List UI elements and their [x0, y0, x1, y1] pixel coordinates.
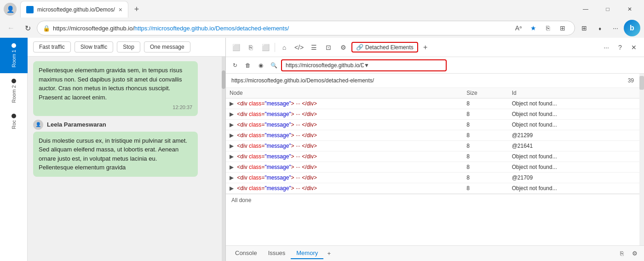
device-icon[interactable]: ⎘ [244, 41, 257, 54]
avatar: 👤 [33, 120, 43, 130]
stop-button[interactable]: Stop [117, 41, 140, 52]
nav-right-icons: ⊞ ⬧ ··· b [577, 20, 640, 36]
inspect-icon[interactable]: ⬜ [230, 41, 242, 54]
chat-toolbar: Fast traffic Slow traffic Stop One messa… [28, 38, 225, 57]
back-button[interactable]: ← [4, 21, 18, 35]
address-bar[interactable]: 🔒 https://microsoftedge.github.io/https:… [37, 21, 575, 35]
undock-icon[interactable]: ⎘ [616, 248, 627, 259]
split-screen-icon[interactable]: ⊞ [556, 22, 569, 35]
sources-icon[interactable]: </> [293, 41, 305, 54]
table-row[interactable]: ▶ <div class="message"> ··· </div> 8 @21… [226, 173, 639, 183]
dt-page-url-header: https://microsoftedge.github.io/Demos/de… [226, 74, 639, 88]
col-node: Node [226, 88, 463, 99]
devtools-footer: All done [226, 194, 639, 206]
cell-id: Object not found... [508, 183, 639, 194]
room-item-2[interactable]: Room 2 [0, 73, 28, 109]
dt-refresh-icon[interactable]: ↻ [230, 60, 241, 71]
table-row[interactable]: ▶ <div class="message"> ··· </div> 8 Obj… [226, 183, 639, 194]
table-row[interactable]: ▶ <div class="message"> ··· </div> 8 Obj… [226, 109, 639, 120]
favorites-icon[interactable]: ★ [527, 22, 540, 35]
refresh-button[interactable]: ↻ [20, 21, 35, 35]
detached-elements-tab[interactable]: 🔗 Detached Elements [351, 42, 418, 52]
room-item-roc[interactable]: Roc [0, 108, 28, 135]
table-row[interactable]: ▶ <div class="message"> ··· </div> 8 @21… [226, 130, 639, 141]
browser-tab[interactable]: microsoftedge.github.io/Demos/ × [20, 1, 128, 17]
performance-icon[interactable]: ⊡ [322, 41, 335, 54]
settings-icon[interactable]: ⚙ [629, 248, 640, 259]
chat-scrollbar[interactable] [222, 57, 225, 261]
help-icon[interactable]: ? [614, 41, 627, 54]
sidebar-toggle[interactable]: ⊞ [577, 21, 592, 35]
url-path: https://microsoftedge.github.io/Demos/de… [134, 25, 289, 32]
browser-chrome: 👤 microsoftedge.github.io/Demos/ × + — □… [0, 0, 644, 261]
cell-id: Object not found... [508, 162, 639, 173]
add-tool-button[interactable]: + [420, 42, 431, 53]
table-row[interactable]: ▶ <div class="message"> ··· </div> 8 Obj… [226, 120, 639, 130]
cell-size: 8 [463, 130, 508, 141]
network-icon[interactable]: ☰ [307, 41, 320, 54]
nav-bar: ← ↻ 🔒 https://microsoftedge.github.io/ht… [0, 18, 644, 38]
more-tools-icon[interactable]: ··· [600, 41, 613, 54]
dt-eye-icon[interactable]: ◉ [255, 60, 266, 71]
close-button[interactable]: ✕ [619, 2, 640, 17]
expand-icon[interactable]: ▶ [230, 111, 234, 117]
expand-icon[interactable]: ▶ [230, 174, 234, 181]
bottom-tab-console[interactable]: Console [230, 248, 263, 259]
devtools-url-bar: ↻ 🗑 ◉ 🔍 https://microsoftedge.github.io/… [226, 57, 644, 74]
devtools-scrollbar[interactable] [639, 74, 644, 245]
user-header: 👤 Leela Parameswaran [33, 120, 216, 130]
one-message-button[interactable]: One message [144, 41, 190, 52]
cell-id: @21299 [508, 130, 639, 141]
dt-url-dropdown-icon[interactable]: ▼ [364, 62, 442, 69]
message-text-1: Pellentesque elementum gravida sem, in t… [39, 67, 182, 101]
cell-id: @21709 [508, 173, 639, 183]
settings-more[interactable]: ··· [608, 21, 623, 35]
separator [275, 43, 275, 52]
expand-icon[interactable]: ▶ [230, 164, 234, 170]
table-row[interactable]: ▶ <div class="message"> ··· </div> 8 @21… [226, 141, 639, 151]
profile-icon[interactable]: 👤 [4, 3, 17, 16]
new-tab-button[interactable]: + [130, 3, 143, 16]
collections-icon[interactable]: ⎘ [541, 22, 554, 35]
tab-title: microsoftedge.github.io/Demos/ [37, 6, 115, 13]
browser-essentials[interactable]: ⬧ [592, 21, 607, 35]
expand-icon[interactable]: ▶ [230, 100, 234, 107]
dt-url-input[interactable]: https://microsoftedge.github.io/Demos/de… [281, 59, 447, 71]
room-item-1[interactable]: Room 1 [0, 38, 28, 73]
read-aloud-icon[interactable]: Aᵃ [512, 22, 525, 35]
bottom-tab-memory[interactable]: Memory [291, 248, 323, 259]
application-icon[interactable]: ⚙ [337, 41, 350, 54]
cell-size: 8 [463, 109, 508, 120]
tab-close-button[interactable]: × [119, 6, 122, 13]
devtools-panel: ⬜ ⎘ ⬜ ⌂ </> ☰ ⊡ ⚙ 🔗 Detached Elements + … [225, 38, 644, 261]
expand-icon[interactable]: ▶ [230, 185, 234, 191]
console-icon[interactable]: ⬜ [259, 41, 272, 54]
fast-traffic-button[interactable]: Fast traffic [33, 41, 71, 52]
expand-icon[interactable]: ▶ [230, 153, 234, 160]
lock-icon: 🔒 [43, 25, 50, 32]
cell-id: Object not found... [508, 109, 639, 120]
cell-size: 8 [463, 183, 508, 194]
node-value: <div class="message"> ··· </div> [237, 153, 317, 160]
close-devtools-icon[interactable]: ✕ [627, 41, 640, 54]
add-bottom-tab-button[interactable]: + [323, 248, 334, 259]
node-value: <div class="message"> ··· </div> [237, 185, 317, 191]
table-row[interactable]: ▶ <div class="message"> ··· </div> 8 Obj… [226, 151, 639, 162]
dt-delete-icon[interactable]: 🗑 [242, 60, 253, 71]
bottom-tab-issues[interactable]: Issues [263, 248, 291, 259]
slow-traffic-button[interactable]: Slow traffic [75, 41, 113, 52]
expand-icon[interactable]: ▶ [230, 143, 234, 149]
elements-icon[interactable]: ⌂ [278, 41, 291, 54]
expand-icon[interactable]: ▶ [230, 122, 234, 128]
dt-search-icon[interactable]: 🔍 [268, 60, 279, 71]
expand-icon[interactable]: ▶ [230, 132, 234, 139]
edge-copilot-button[interactable]: b [624, 20, 640, 36]
cell-size: 8 [463, 120, 508, 130]
table-row[interactable]: ▶ <div class="message"> ··· </div> 8 Obj… [226, 99, 639, 109]
maximize-button[interactable]: □ [597, 2, 618, 17]
cell-node: ▶ <div class="message"> ··· </div> [226, 151, 463, 162]
table-row[interactable]: ▶ <div class="message"> ··· </div> 8 Obj… [226, 162, 639, 173]
node-value: <div class="message"> ··· </div> [237, 132, 317, 139]
title-bar: 👤 microsoftedge.github.io/Demos/ × + — □… [0, 0, 644, 18]
minimize-button[interactable]: — [575, 2, 596, 17]
